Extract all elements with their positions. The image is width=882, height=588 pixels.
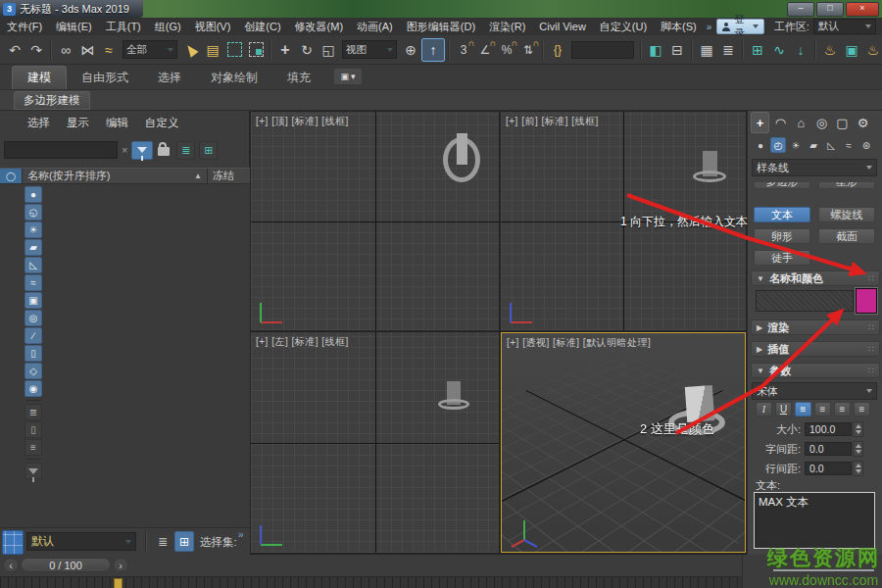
select-and-link-icon[interactable]: ∞ [55, 39, 76, 61]
previous-frame-button[interactable]: ‹ [3, 558, 19, 572]
select-and-scale-icon[interactable]: ◱ [318, 39, 339, 61]
motion-tab-icon[interactable]: ◎ [812, 112, 831, 133]
filter-shapes-icon[interactable]: ◵ [24, 204, 42, 220]
spacewarps-category-icon[interactable]: ≈ [841, 137, 857, 153]
explorer-menu-display[interactable]: 显示 [67, 116, 89, 130]
dope-sheet-icon[interactable]: ↓ [790, 39, 811, 61]
rectangular-selection-region-icon[interactable] [223, 39, 245, 61]
size-spinner[interactable] [853, 421, 863, 437]
menu-edit[interactable]: 编辑(E) [49, 20, 99, 34]
rollout-interpolation[interactable]: ▶ 插值 ∷ [751, 341, 880, 357]
select-and-rotate-icon[interactable]: ↻ [296, 39, 318, 61]
angle-snap-icon[interactable]: ∠∩ [474, 39, 496, 61]
leading-field[interactable]: 0.0 [805, 462, 852, 475]
align-right-button[interactable]: ≡ [834, 402, 851, 416]
tab-selection[interactable]: 选择 [143, 67, 196, 89]
align-icon[interactable]: ⊟ [666, 39, 688, 61]
expand-all-icon[interactable]: ≣ [176, 141, 195, 160]
viewport-label-top[interactable]: [+] [顶] [标准] [线框] [256, 115, 349, 128]
viewport-label-perspective[interactable]: [+] [透视] [标准] [默认明暗处理] [507, 336, 651, 350]
select-and-manipulate-icon[interactable]: ↑ [421, 38, 445, 62]
named-sets-dropdown[interactable]: 默认 [26, 532, 136, 551]
column-frozen[interactable]: 冻结 [207, 169, 250, 183]
text-input-area[interactable]: MAX 文本 [754, 492, 875, 549]
render-setup-icon[interactable]: ♨ [819, 39, 841, 61]
italic-button[interactable]: I [756, 402, 772, 416]
tab-object-paint[interactable]: 对象绘制 [196, 67, 272, 89]
viewport-left[interactable]: [+] [左] [标准] [线框] [251, 332, 499, 553]
filter-helpers-icon[interactable]: ◺ [24, 257, 42, 273]
select-by-name-icon[interactable]: ▤ [202, 39, 223, 61]
menu-group[interactable]: 组(G) [148, 20, 188, 34]
layer-manager-icon[interactable]: ▦ [696, 39, 717, 61]
reference-coordinate-dropdown[interactable]: 视图 [342, 40, 397, 59]
explorer-list-area[interactable]: ● ◵ ☀ ▰ ◺ ≈ ▣ ◎ ∕ ▯ ◇ ◉ ≣ ▯ ≡ [0, 184, 250, 527]
filter-hidden-icon[interactable]: ◉ [24, 380, 42, 397]
render-production-icon[interactable]: ♨ [862, 39, 882, 61]
menu-views[interactable]: 视图(V) [188, 20, 238, 34]
column-view-icon[interactable]: ▯ [24, 421, 42, 438]
unlink-selection-icon[interactable]: ⋈ [76, 39, 98, 61]
display-toggle-icon[interactable]: ◯ [0, 169, 23, 183]
percent-snap-icon[interactable]: %∩ [496, 39, 517, 61]
shape-category-dropdown[interactable]: 样条线 [752, 159, 877, 176]
scene-explorer-window-icon[interactable]: ⊞ [174, 531, 194, 552]
filter-materials-icon[interactable]: ▣ [24, 292, 42, 309]
systems-category-icon[interactable]: ⊛ [858, 137, 874, 153]
align-center-button[interactable]: ≡ [814, 402, 831, 416]
mirror-icon[interactable]: ◧ [645, 39, 666, 61]
bind-to-spacewarp-icon[interactable]: ≈ [98, 39, 120, 61]
layer-stack-icon[interactable]: ≣ [153, 531, 172, 552]
object-name-field[interactable] [756, 290, 854, 312]
overflow-icon[interactable]: » [238, 529, 244, 540]
filter-lights-icon[interactable]: ☀ [24, 221, 42, 238]
create-tab-icon[interactable]: + [751, 112, 769, 133]
utilities-tab-icon[interactable]: ⚙ [854, 112, 872, 133]
rollout-parameters[interactable]: ▼ 参数 ∷ [751, 363, 880, 378]
list-view-icon[interactable]: ≣ [24, 404, 42, 420]
filter-frozen-icon[interactable]: ◇ [24, 363, 42, 379]
menu-modifiers[interactable]: 修改器(M) [288, 20, 351, 34]
filter-geometry-icon[interactable]: ● [24, 186, 42, 203]
viewport-label-left[interactable]: [+] [左] [标准] [线框] [256, 335, 349, 349]
rendered-frame-window-icon[interactable]: ▣ [841, 39, 862, 61]
kerning-field[interactable]: 0.0 [805, 442, 852, 456]
menu-create[interactable]: 创建(C) [237, 20, 287, 34]
shapes-category-icon[interactable]: ◴ [770, 137, 786, 153]
redo-icon[interactable]: ↷ [25, 39, 47, 61]
star-button[interactable]: 星形 [818, 182, 875, 189]
hierarchy-tab-icon[interactable]: ⌂ [792, 112, 810, 133]
maximize-button[interactable]: □ [816, 2, 844, 17]
track-bar[interactable] [0, 576, 742, 588]
menu-file[interactable]: 文件(F) [0, 20, 49, 34]
menu-customize[interactable]: 自定义(U) [593, 20, 654, 34]
menu-scripting[interactable]: 脚本(S) [654, 20, 704, 34]
polygon-button[interactable]: 多边形 [754, 182, 810, 189]
menu-animation[interactable]: 动画(A) [350, 20, 400, 34]
lights-category-icon[interactable]: ☀ [788, 137, 804, 153]
menu-graph-editors[interactable]: 图形编辑器(D) [400, 20, 482, 34]
minimize-button[interactable]: – [787, 2, 814, 17]
menu-rendering[interactable]: 渲染(R) [482, 20, 532, 34]
next-frame-button[interactable]: › [113, 558, 128, 572]
lock-icon[interactable] [157, 142, 172, 159]
clear-search-icon[interactable]: × [122, 144, 127, 156]
tab-freeform[interactable]: 自由形式 [67, 67, 143, 89]
size-field[interactable]: 100.0 [805, 422, 852, 436]
align-left-button[interactable]: ≡ [795, 402, 811, 416]
explorer-menu-select[interactable]: 选择 [27, 116, 50, 130]
leading-spinner[interactable] [853, 461, 863, 476]
explorer-menu-edit[interactable]: 编辑 [106, 116, 128, 130]
collapse-all-icon[interactable]: ⊞ [199, 141, 218, 160]
text-object-perspective[interactable] [685, 385, 714, 422]
select-and-move-icon[interactable]: + [274, 39, 296, 61]
menu-civil-view[interactable]: Civil View [532, 21, 592, 32]
strip-filter-icon[interactable] [24, 463, 42, 479]
filter-cameras-icon[interactable]: ▰ [24, 239, 42, 256]
explorer-menu-customize[interactable]: 自定义 [145, 116, 179, 130]
helix-button[interactable]: 螺旋线 [818, 207, 875, 222]
undo-icon[interactable]: ↶ [4, 39, 25, 61]
login-button[interactable]: 登录 [716, 19, 763, 34]
named-selection-sets-icon[interactable]: {} [547, 39, 568, 61]
viewport-top[interactable]: [+] [顶] [标准] [线框] [251, 112, 499, 330]
